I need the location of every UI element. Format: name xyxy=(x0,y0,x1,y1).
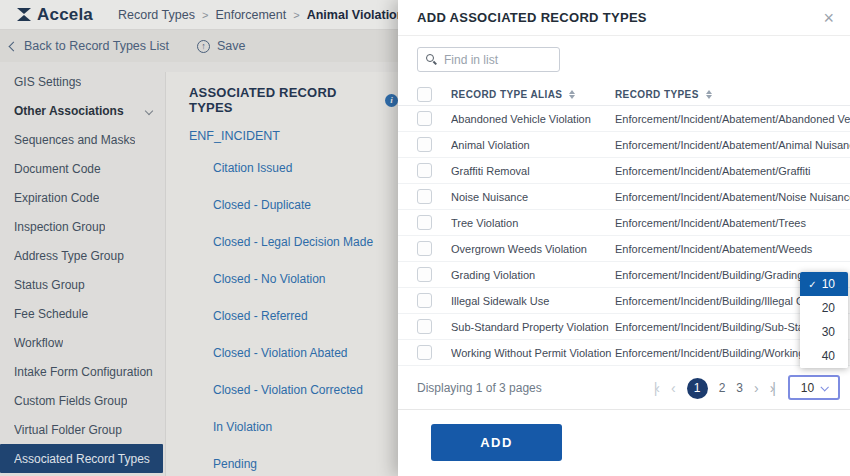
search-input[interactable] xyxy=(444,53,551,67)
row-checkbox[interactable] xyxy=(417,345,432,360)
table-row[interactable]: Sub-Standard Property Violation Enforcem… xyxy=(398,314,850,340)
modal-title: ADD ASSOCIATED RECORD TYPES xyxy=(417,10,647,25)
select-chevron-icon xyxy=(821,383,829,391)
record-type-alias: Abandoned Vehicle Violation xyxy=(451,113,615,125)
record-type-alias: Overgrown Weeds Violation xyxy=(451,243,615,255)
column-header-record-types: RECORD TYPES xyxy=(615,89,699,100)
row-checkbox[interactable] xyxy=(417,215,432,230)
record-type-path: Enforcement/Incident/Abatement/Graffiti xyxy=(615,165,850,177)
column-header-record-type-alias: RECORD TYPE ALIAS xyxy=(451,89,562,100)
record-type-alias: Working Without Permit Violation xyxy=(451,347,615,359)
page-size-option-10[interactable]: ✓ 10 xyxy=(800,272,848,296)
record-type-alias: Illegal Sidewalk Use xyxy=(451,295,615,307)
pager-next-icon[interactable]: › xyxy=(754,380,759,396)
row-checkbox[interactable] xyxy=(417,267,432,282)
pager: |‹ ‹ 1 2 3 › ›| xyxy=(654,373,776,403)
sort-icon[interactable] xyxy=(569,90,575,99)
page-size-value: 10 xyxy=(801,381,814,395)
add-button[interactable]: ADD xyxy=(431,424,562,461)
record-type-alias: Graffiti Removal xyxy=(451,165,615,177)
table-header: RECORD TYPE ALIAS RECORD TYPES xyxy=(398,84,850,106)
row-checkbox[interactable] xyxy=(417,293,432,308)
record-type-path: Enforcement/Incident/Abatement/Abandoned… xyxy=(615,113,850,125)
record-type-path: Enforcement/Incident/Abatement/Noise Nui… xyxy=(615,191,850,203)
page-size-option-40[interactable]: 40 xyxy=(800,344,848,368)
record-type-path: Enforcement/Incident/Abatement/Animal Nu… xyxy=(615,139,850,151)
select-all-checkbox[interactable] xyxy=(417,87,432,102)
row-checkbox[interactable] xyxy=(417,189,432,204)
row-checkbox[interactable] xyxy=(417,137,432,152)
table-row[interactable]: Illegal Sidewalk Use Enforcement/Inciden… xyxy=(398,288,850,314)
table-row[interactable]: Noise Nuisance Enforcement/Incident/Abat… xyxy=(398,184,850,210)
row-checkbox[interactable] xyxy=(417,163,432,178)
pagination-bar: Displaying 1 of 3 pages |‹ ‹ 1 2 3 › ›| … xyxy=(398,373,850,403)
row-checkbox[interactable] xyxy=(417,111,432,126)
row-checkbox[interactable] xyxy=(417,319,432,334)
pager-prev-icon[interactable]: ‹ xyxy=(671,380,676,396)
page-size-option-30[interactable]: 30 xyxy=(800,320,848,344)
add-associated-record-types-modal: ADD ASSOCIATED RECORD TYPES × RECORD TYP… xyxy=(398,0,850,476)
page-button-2[interactable]: 2 xyxy=(719,381,726,395)
check-icon: ✓ xyxy=(808,279,816,290)
page-size-option-20[interactable]: 20 xyxy=(800,296,848,320)
screen: Accela Record Types > Enforcement > Anim… xyxy=(0,0,850,476)
record-type-alias: Noise Nuisance xyxy=(451,191,615,203)
close-icon[interactable]: × xyxy=(823,9,834,27)
table-row[interactable]: Graffiti Removal Enforcement/Incident/Ab… xyxy=(398,158,850,184)
pager-last-icon[interactable]: ›| xyxy=(770,380,776,396)
row-checkbox[interactable] xyxy=(417,241,432,256)
record-types-table: RECORD TYPE ALIAS RECORD TYPES Abandoned… xyxy=(398,84,850,366)
page-button-3[interactable]: 3 xyxy=(736,381,743,395)
pager-first-icon[interactable]: |‹ xyxy=(654,380,660,396)
record-type-path: Enforcement/Incident/Abatement/Trees xyxy=(615,217,850,229)
record-type-path: Enforcement/Incident/Abatement/Weeds xyxy=(615,243,850,255)
modal-header: ADD ASSOCIATED RECORD TYPES × xyxy=(398,0,850,36)
table-row[interactable]: Grading Violation Enforcement/Incident/B… xyxy=(398,262,850,288)
table-row[interactable]: Working Without Permit Violation Enforce… xyxy=(398,340,850,366)
table-row[interactable]: Animal Violation Enforcement/Incident/Ab… xyxy=(398,132,850,158)
table-row[interactable]: Abandoned Vehicle Violation Enforcement/… xyxy=(398,106,850,132)
pagination-status: Displaying 1 of 3 pages xyxy=(417,381,542,395)
search-icon xyxy=(426,54,437,65)
page-size-dropdown: ✓ 10 20 30 40 xyxy=(800,272,848,368)
record-type-alias: Animal Violation xyxy=(451,139,615,151)
page-button-1[interactable]: 1 xyxy=(687,378,708,399)
footer-divider xyxy=(398,409,850,410)
record-type-alias: Tree Violation xyxy=(451,217,615,229)
table-row[interactable]: Overgrown Weeds Violation Enforcement/In… xyxy=(398,236,850,262)
sort-icon[interactable] xyxy=(706,90,712,99)
search-box xyxy=(417,47,560,72)
table-row[interactable]: Tree Violation Enforcement/Incident/Abat… xyxy=(398,210,850,236)
page-size-select[interactable]: 10 xyxy=(788,375,840,400)
record-type-alias: Grading Violation xyxy=(451,269,615,281)
record-type-alias: Sub-Standard Property Violation xyxy=(451,321,615,333)
